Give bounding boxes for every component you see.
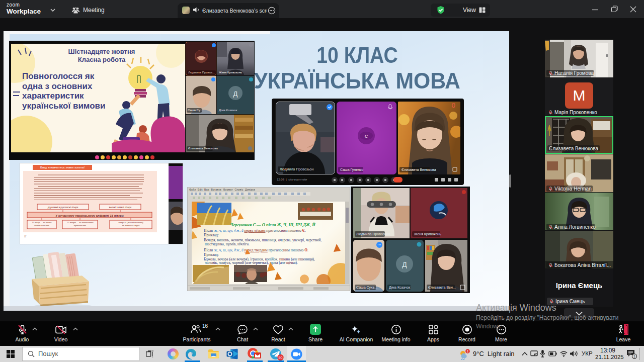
svg-text:Після ж, ч, ш, щч, дж, й пере: Після ж, ч, ш, щч, дж, й перед м'яким пр… [204,228,306,233]
svg-text:шестиденка, щемів, нічліга.: шестиденка, щемів, нічліга. [205,242,250,246]
svg-text:10 літер — на позна: 10 літер — на позна [32,221,52,224]
svg-text:У сучасному українському алфав: У сучасному українському алфавіті 33 літ… [55,214,123,217]
svg-text:чення голосних: чення голосних [34,224,50,227]
svg-text:Приклад:: Приклад: [204,233,219,237]
svg-text:Д: Д [233,90,238,98]
svg-text:великі та малі літери: великі та малі літери [109,206,132,209]
svg-text:літера ь (знак м'якшення): літера ь (знак м'якшення) [118,221,143,224]
svg-text:50: 50 [279,356,283,359]
svg-text:Чергування Є — О після Ж, Ч, Ш: Чергування Є — О після Ж, Ч, Ш, ПЧ,ДЖ, Й [230,222,315,227]
svg-text:22 літери — на позначення: 22 літери — на позначення [67,221,94,224]
svg-text:не позначає звука: не позначає звука [122,224,140,227]
svg-text:1: 1 [633,354,635,358]
svg-text:Д: Д [402,260,407,268]
svg-text:C: C [365,134,368,139]
svg-text:приголосних: приголосних [74,224,87,227]
svg-text:чоловік, чомусь, чорний (але ч: чоловік, чомусь, чорний (але чернетка), … [205,260,298,265]
svg-text:друковані я рукописні літери: друковані я рукописні літери [48,206,78,209]
svg-text:Після ж, ч, ш, щч, дж, й пере: Після ж, ч, ш, щч, дж, й перед твердим п… [204,248,308,252]
svg-text:1: 1 [467,349,469,353]
svg-text:Приклад:: Приклад: [204,252,219,257]
